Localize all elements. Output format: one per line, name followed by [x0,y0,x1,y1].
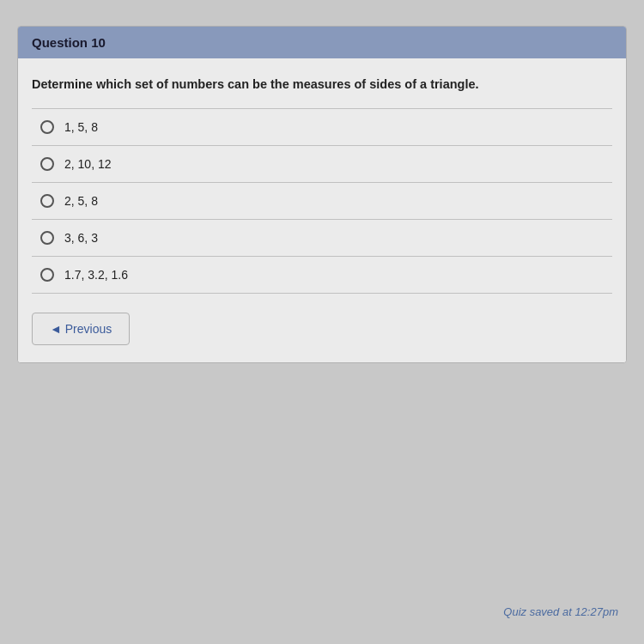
save-status: Quiz saved at 12:27pm [503,605,618,618]
option-a[interactable]: 1, 5, 8 [32,109,612,146]
question-body: Determine which set of numbers can be th… [18,58,626,362]
option-e[interactable]: 1.7, 3.2, 1.6 [32,257,612,294]
option-c[interactable]: 2, 5, 8 [32,183,612,220]
question-text: Determine which set of numbers can be th… [32,76,612,93]
option-e-label: 1.7, 3.2, 1.6 [64,268,128,282]
radio-b[interactable] [40,157,54,171]
option-a-label: 1, 5, 8 [64,120,98,134]
options-list: 1, 5, 8 2, 10, 12 2, 5, 8 3, 6, 3 1.7, 3 [32,108,612,294]
option-d[interactable]: 3, 6, 3 [32,220,612,257]
button-row: ◄ Previous [32,313,612,354]
previous-label: ◄ Previous [50,322,112,336]
radio-d[interactable] [40,231,54,245]
option-b-label: 2, 10, 12 [64,157,112,171]
question-header: Question 10 [18,27,626,58]
radio-c[interactable] [40,194,54,208]
option-d-label: 3, 6, 3 [64,231,98,245]
page-wrapper: Question 10 Determine which set of numbe… [0,0,644,644]
radio-a[interactable] [40,120,54,134]
previous-button[interactable]: ◄ Previous [32,313,130,345]
option-c-label: 2, 5, 8 [64,194,98,208]
question-number: Question 10 [32,35,106,50]
radio-e[interactable] [40,268,54,282]
question-card: Question 10 Determine which set of numbe… [17,26,627,363]
option-b[interactable]: 2, 10, 12 [32,146,612,183]
